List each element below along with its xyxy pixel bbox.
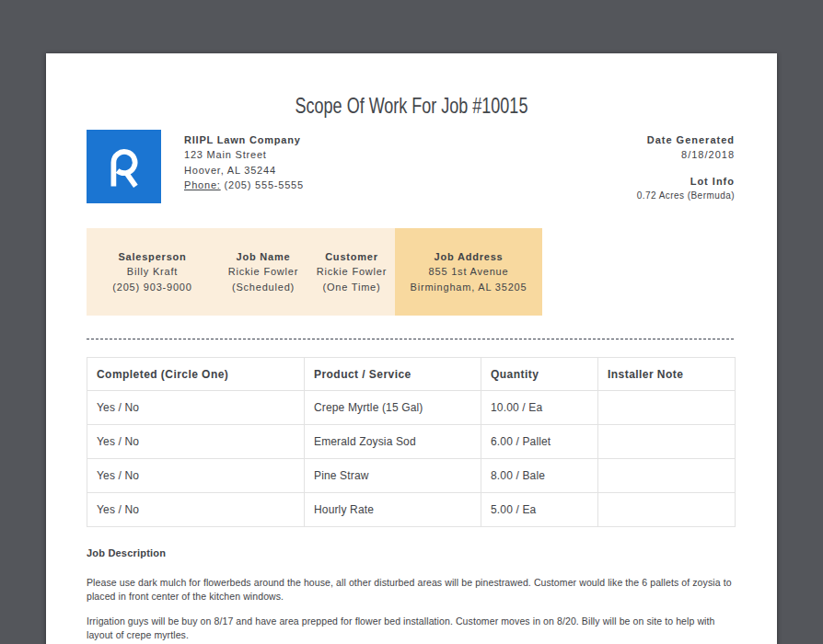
table-row: Yes / NoCrepe Myrtle (15 Gal)10.00 / Ea bbox=[87, 391, 736, 425]
cell-completed: Yes / No bbox=[87, 391, 305, 425]
job-info-line1: Billy Kraft bbox=[87, 264, 218, 279]
column-header-product-service: Product / Service bbox=[305, 358, 481, 391]
job-info-line2: (205) 903-9000 bbox=[87, 280, 218, 294]
job-info-line2: (Scheduled) bbox=[218, 280, 308, 294]
table-body: Yes / NoCrepe Myrtle (15 Gal)10.00 / EaY… bbox=[87, 391, 736, 527]
job-info-cell-customer: CustomerRickie Fowler(One Time) bbox=[308, 228, 395, 316]
job-description-paragraph-1: Please use dark mulch for flowerbeds aro… bbox=[87, 576, 735, 604]
job-info-label: Salesperson bbox=[87, 249, 218, 264]
job-info-label: Customer bbox=[308, 249, 395, 264]
cell-quantity: 8.00 / Bale bbox=[481, 459, 598, 493]
phone-label: Phone: bbox=[184, 179, 221, 190]
phone-number: (205) 555-5555 bbox=[225, 179, 304, 190]
job-description-paragraph-2: Irrigation guys will be buy on 8/17 and … bbox=[87, 615, 735, 643]
job-description-heading: Job Description bbox=[87, 547, 166, 558]
cell-installer-note bbox=[598, 459, 736, 493]
company-address-line2: Hoover, AL 35244 bbox=[184, 163, 304, 178]
date-generated-label: Date Generated bbox=[637, 132, 735, 147]
table-row: Yes / NoHourly Rate5.00 / Ea bbox=[87, 493, 736, 527]
job-info-line1: 855 1st Avenue bbox=[395, 264, 542, 279]
cell-quantity: 5.00 / Ea bbox=[481, 493, 598, 527]
cell-product: Hourly Rate bbox=[305, 493, 481, 527]
cell-product: Pine Straw bbox=[305, 459, 481, 493]
page-title: Scope Of Work For Job #10015 bbox=[137, 93, 686, 119]
company-info: RIIPL Lawn Company 123 Main Street Hoove… bbox=[184, 132, 304, 192]
company-logo bbox=[87, 130, 161, 203]
cell-quantity: 6.00 / Pallet bbox=[481, 425, 598, 459]
lot-info-label: Lot Info bbox=[637, 174, 735, 189]
logo-r-icon bbox=[87, 130, 161, 203]
job-info-cell-job-name: Job NameRickie Fowler(Scheduled) bbox=[218, 228, 308, 316]
job-info-label: Job Name bbox=[218, 249, 308, 264]
cell-completed: Yes / No bbox=[87, 425, 305, 459]
table-row: Yes / NoEmerald Zoysia Sod6.00 / Pallet bbox=[87, 425, 736, 459]
job-info-line1: Rickie Fowler bbox=[308, 264, 395, 279]
company-phone: Phone: (205) 555-5555 bbox=[184, 178, 304, 192]
table-row: Yes / NoPine Straw8.00 / Bale bbox=[87, 459, 736, 493]
cell-completed: Yes / No bbox=[87, 459, 305, 493]
job-info-line2: (One Time) bbox=[308, 280, 395, 294]
job-info-cell-job-address: Job Address855 1st AvenueBirmingham, AL … bbox=[395, 228, 542, 316]
date-generated-value: 8/18/2018 bbox=[637, 147, 735, 162]
job-info-cell-salesperson: SalespersonBilly Kraft(205) 903-9000 bbox=[87, 228, 218, 316]
lot-info-value: 0.72 Acres (Bermuda) bbox=[637, 189, 735, 203]
column-header-installer-note: Installer Note bbox=[598, 358, 736, 391]
work-items-table: Completed (Circle One)Product / ServiceQ… bbox=[87, 357, 736, 527]
job-info-line1: Rickie Fowler bbox=[218, 264, 308, 279]
document-meta: Date Generated 8/18/2018 Lot Info 0.72 A… bbox=[637, 132, 735, 203]
cell-installer-note bbox=[598, 493, 736, 527]
cell-quantity: 10.00 / Ea bbox=[481, 391, 598, 425]
job-info-bar: SalespersonBilly Kraft(205) 903-9000Job … bbox=[87, 228, 542, 316]
table-header-row: Completed (Circle One)Product / ServiceQ… bbox=[87, 358, 736, 391]
cell-product: Crepe Myrtle (15 Gal) bbox=[305, 391, 481, 425]
cell-installer-note bbox=[598, 425, 736, 459]
dashed-separator bbox=[87, 339, 735, 339]
cell-installer-note bbox=[598, 391, 736, 425]
meta-spacer bbox=[637, 163, 735, 174]
job-info-label: Job Address bbox=[395, 249, 542, 264]
company-address-line1: 123 Main Street bbox=[184, 147, 304, 162]
company-name: RIIPL Lawn Company bbox=[184, 132, 304, 147]
job-info-line2: Birmingham, AL 35205 bbox=[395, 280, 542, 294]
cell-product: Emerald Zoysia Sod bbox=[305, 425, 481, 459]
column-header-quantity: Quantity bbox=[481, 358, 598, 391]
cell-completed: Yes / No bbox=[87, 493, 305, 527]
document-page: Scope Of Work For Job #10015 RIIPL Lawn … bbox=[46, 53, 777, 644]
column-header-completed-circle-one: Completed (Circle One) bbox=[87, 358, 305, 391]
